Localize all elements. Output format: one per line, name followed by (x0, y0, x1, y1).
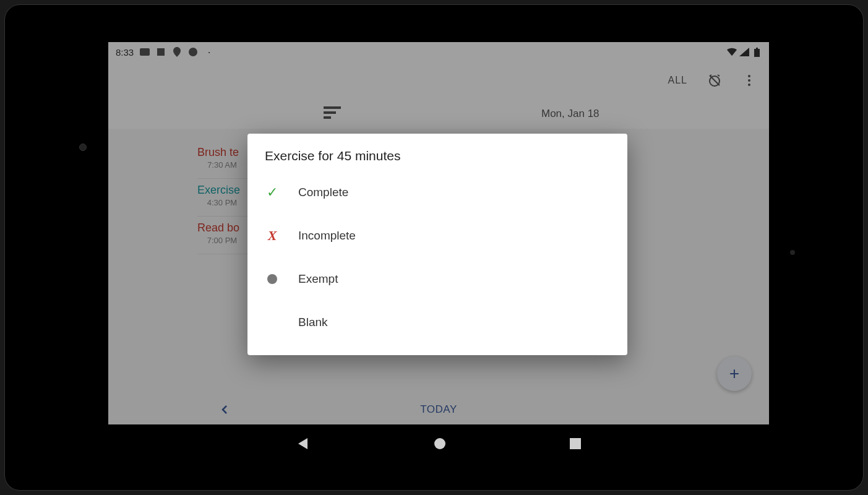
android-nav-bar (108, 424, 769, 463)
svg-rect-13 (570, 438, 581, 449)
android-back-button[interactable] (296, 437, 310, 450)
tablet-frame: 8:33 • (5, 5, 863, 490)
blank-icon (265, 315, 280, 330)
tablet-sensor (790, 250, 795, 255)
x-icon: X (265, 228, 280, 243)
device-screen: 8:33 • (108, 42, 769, 463)
option-label: Blank (298, 316, 328, 329)
option-label: Incomplete (298, 229, 356, 243)
android-home-button[interactable] (434, 437, 446, 450)
tablet-camera (79, 144, 87, 151)
status-dialog: Exercise for 45 minutes ✓ Complete X Inc… (247, 134, 627, 355)
option-complete[interactable]: ✓ Complete (247, 171, 627, 214)
option-exempt[interactable]: Exempt (247, 257, 627, 301)
option-label: Complete (298, 186, 348, 199)
android-recent-button[interactable] (570, 438, 581, 449)
dialog-title: Exercise for 45 minutes (247, 148, 627, 171)
option-blank[interactable]: Blank (247, 301, 627, 344)
check-icon: ✓ (265, 185, 280, 200)
option-label: Exempt (298, 272, 338, 286)
option-incomplete[interactable]: X Incomplete (247, 214, 627, 257)
circle-icon (265, 272, 280, 286)
svg-point-12 (434, 438, 445, 449)
